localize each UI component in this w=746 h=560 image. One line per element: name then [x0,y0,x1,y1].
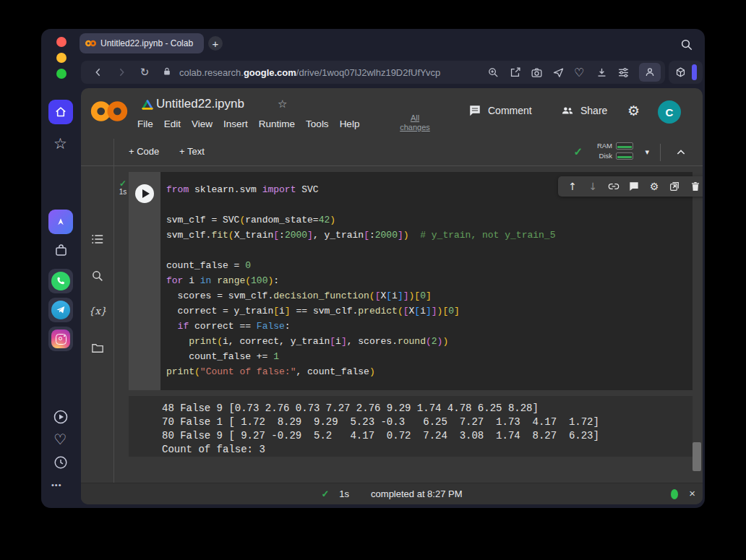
status-close-icon[interactable]: × [689,487,695,499]
download-icon[interactable] [596,66,608,79]
favorite-heart-icon[interactable]: ♡ [574,66,586,79]
window-close-button[interactable] [56,37,67,47]
back-icon[interactable] [93,66,104,78]
menu-runtime[interactable]: Runtime [259,119,295,129]
url-text[interactable]: colab.research.google.com/drive/1woq07lJ… [179,67,440,78]
sidebar-history-icon[interactable] [53,455,69,470]
pinned-extension-bar[interactable] [692,64,697,80]
menu-view[interactable]: View [192,119,213,129]
sidebar-more-icon[interactable]: ••• [51,481,62,489]
extensions-pill[interactable] [669,61,703,84]
output-line: 80 False 9 [ 9.27 -0.29 5.2 4.17 0.72 7.… [162,429,693,443]
menu-bar: File Edit View Insert Runtime Tools Help [137,119,359,129]
cell-output: 48 False 9 [0.73 2.76 0.73 7.27 2.76 9.2… [129,396,693,457]
code-line[interactable]: scores = svm_clf.decision_function([X[i]… [166,288,693,303]
status-green-dot [671,489,678,499]
menu-file[interactable]: File [137,119,153,129]
sidebar-media-icon[interactable] [52,408,69,426]
comment-button[interactable]: Comment [468,104,532,117]
arrow-app-icon [54,215,67,228]
tune-sliders-icon[interactable] [617,66,630,79]
status-time: 1s [339,488,349,499]
colab-header: Untitled22.ipynb ☆ File Edit View Insert… [81,88,703,139]
share-button[interactable]: Share [561,104,607,117]
add-text-button[interactable]: + Text [179,146,205,157]
scrollbar-thumb[interactable] [693,442,701,471]
search-icon[interactable] [680,38,693,51]
tab-title: Untitled22.ipynb - Colab [100,38,193,48]
ram-label: RAM [593,142,612,150]
pinned-app-arrow[interactable] [48,210,73,234]
code-editor[interactable]: from sklearn.svm import SVC svm_clf = SV… [160,172,693,390]
browser-tab[interactable]: Untitled22.ipynb - Colab [80,33,204,53]
connected-check-icon: ✓ [573,145,583,158]
comment-icon [468,104,481,117]
cell-settings-gear-icon[interactable]: ⚙ [648,181,660,192]
code-line[interactable]: print("Count of false:", count_false) [166,364,693,379]
code-line[interactable] [166,243,693,258]
execution-indicator[interactable]: ✓ 1s [116,179,130,197]
star-notebook-icon[interactable]: ☆ [278,98,287,111]
resource-monitor[interactable]: RAM Disk [593,142,633,160]
find-replace-icon[interactable] [81,270,114,283]
sidebar-heart-icon[interactable]: ♡ [53,431,67,448]
delete-cell-icon[interactable] [690,181,701,192]
status-check-icon: ✓ [321,488,329,499]
code-line[interactable]: count_false += 1 [166,349,693,364]
sidebar-home-button[interactable] [48,100,73,124]
menu-tools[interactable]: Tools [306,119,329,129]
variables-icon[interactable]: {x} [81,305,114,316]
forward-icon[interactable] [116,66,127,78]
menu-edit[interactable]: Edit [164,119,181,129]
pinned-app-instagram[interactable] [48,327,73,351]
sidebar-bag-icon[interactable] [53,243,69,258]
new-tab-button[interactable]: + [208,36,223,51]
code-line[interactable]: correct = y_train[i] == svm_clf.predict(… [166,303,693,319]
camera-icon[interactable] [531,66,543,79]
link-cell-icon[interactable] [608,181,619,192]
notebook-toolbar: + Code + Text ✓ RAM Disk ▾ [81,139,703,166]
send-icon[interactable] [552,66,565,79]
sidebar-star-icon[interactable]: ☆ [53,135,67,152]
share-edit-icon[interactable] [509,66,521,79]
status-message: completed at 8:27 PM [371,488,462,499]
telegram-icon [51,301,70,319]
move-cell-up-icon[interactable]: ↑ [567,181,578,192]
whatsapp-icon [51,272,70,290]
cube-extension-icon[interactable] [674,66,687,79]
mirror-cell-icon[interactable] [669,181,680,192]
code-line[interactable]: svm_clf.fit(X_train[:2000], y_train[:200… [166,228,693,243]
code-line[interactable]: print(i, correct, y_train[i], scores.rou… [166,334,693,349]
all-changes-link[interactable]: All changes [392,113,438,132]
code-line[interactable]: count_false = 0 [166,258,693,273]
window-minimize-button[interactable] [56,53,67,63]
menu-help[interactable]: Help [340,119,360,129]
executed-check-icon: ✓ [116,179,130,188]
run-cell-button[interactable] [135,184,154,203]
collapse-header-chevron[interactable] [675,147,687,158]
code-line[interactable] [166,197,693,212]
resources-dropdown-caret[interactable]: ▾ [645,147,649,157]
settings-gear-icon[interactable]: ⚙ [627,103,640,119]
pinned-app-telegram[interactable] [48,298,73,322]
execution-time: 1s [116,188,130,197]
add-code-button[interactable]: + Code [129,146,159,157]
address-bar[interactable]: ↻ colab.research.google.com/drive/1woq07… [81,61,665,84]
menu-insert[interactable]: Insert [223,119,248,129]
window-zoom-button[interactable] [56,69,67,79]
code-line[interactable]: for i in range(100): [166,273,693,288]
pinned-app-whatsapp[interactable] [48,269,73,293]
notebook-title[interactable]: Untitled22.ipynb [156,97,244,111]
table-of-contents-icon[interactable] [81,233,114,246]
account-avatar[interactable]: C [658,100,681,124]
reload-icon[interactable]: ↻ [139,66,150,78]
browser-profile-button[interactable] [639,63,661,82]
colab-page: Untitled22.ipynb ☆ File Edit View Insert… [81,88,703,504]
move-cell-down-icon[interactable]: ↓ [587,181,599,192]
code-line[interactable]: if correct == False: [166,319,693,334]
zoom-page-icon[interactable] [487,66,500,79]
add-comment-icon[interactable] [628,181,640,192]
code-line[interactable]: svm_clf = SVC(random_state=42) [166,212,693,228]
files-icon[interactable] [81,342,114,355]
colab-logo[interactable] [90,100,128,123]
